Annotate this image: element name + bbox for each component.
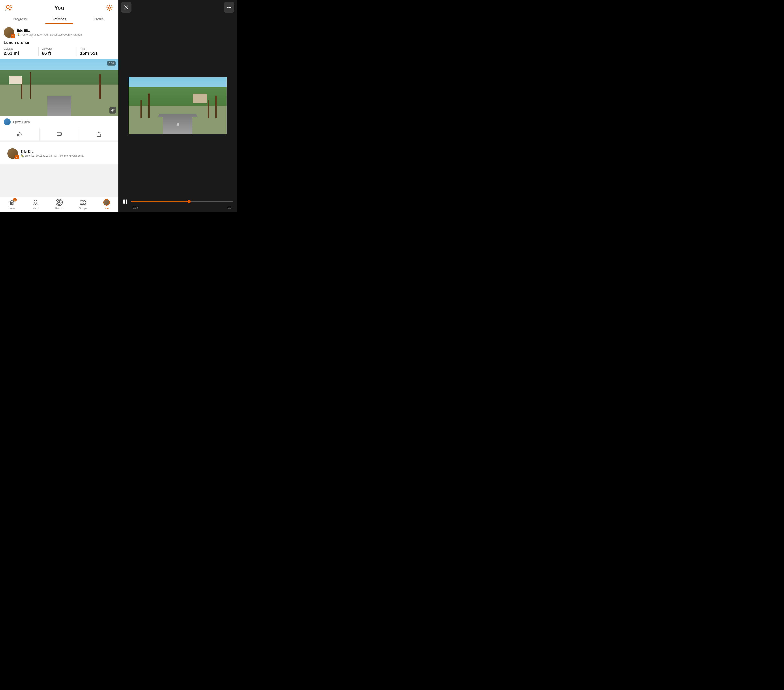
mute-button[interactable]	[109, 107, 116, 114]
more-icon	[227, 7, 232, 8]
stat-time: Time 15m 55s	[80, 48, 115, 56]
action-row	[0, 128, 119, 140]
maps-label: Maps	[33, 207, 38, 210]
activity-title: Lunch cruise	[0, 40, 119, 48]
time-labels: 0:04 0:07	[122, 206, 233, 209]
svg-point-14	[82, 201, 84, 202]
tab-profile[interactable]: Profile	[79, 14, 119, 24]
progress-bar-wrap	[122, 199, 233, 204]
svg-point-9	[35, 201, 36, 202]
you-avatar	[103, 199, 110, 206]
you-avatar-wrap	[103, 199, 110, 206]
groups-label: Groups	[79, 207, 87, 210]
total-time: 0:07	[228, 206, 233, 209]
page-title: You	[54, 5, 64, 11]
full-trunk-2	[148, 94, 150, 118]
user-avatar-wrap	[4, 27, 14, 38]
maps-icon-wrap	[32, 199, 39, 206]
record-icon-wrap	[56, 199, 63, 206]
tree-trunk-3	[99, 74, 100, 99]
full-building	[193, 94, 207, 103]
distance-label: Distance	[4, 48, 35, 50]
svg-point-21	[227, 7, 228, 8]
kudos-button[interactable]	[0, 128, 40, 140]
progress-bar[interactable]	[131, 201, 233, 202]
tree-trunk-2	[30, 72, 31, 99]
stat-elevation: Elev Gain 66 ft	[42, 48, 77, 56]
distance-value: 2.63 mi	[4, 51, 35, 56]
activity-card: Eric Elia 🚴 Yesterday at 11:54 AM · Desc…	[0, 24, 119, 140]
svg-point-16	[80, 203, 82, 204]
svg-point-1	[10, 6, 12, 8]
kudos-text: 1 gave kudos	[13, 120, 30, 124]
nav-item-you[interactable]: You	[95, 199, 119, 210]
more-button[interactable]	[224, 2, 234, 13]
settings-icon[interactable]	[105, 3, 114, 12]
record-icon	[56, 199, 63, 206]
video-thumbnail[interactable]: 0:06	[0, 59, 119, 116]
nav-item-home[interactable]: 2 Home	[0, 199, 24, 210]
full-trunk-1	[140, 100, 142, 118]
svg-point-17	[82, 203, 84, 204]
video-timer: 0:06	[107, 61, 115, 66]
full-trunk-3	[215, 96, 217, 118]
nav-item-maps[interactable]: Maps	[24, 199, 47, 210]
svg-rect-8	[11, 203, 12, 204]
time-value: 15m 55s	[80, 51, 112, 56]
maps-icon	[33, 199, 38, 205]
elev-value: 66 ft	[42, 51, 73, 56]
kudos-row: 1 gave kudos	[0, 116, 119, 128]
svg-point-13	[80, 201, 82, 202]
svg-point-22	[229, 7, 230, 8]
nav-item-record[interactable]: Record	[47, 199, 71, 210]
full-road-right	[192, 117, 227, 134]
app-header: You	[0, 0, 119, 14]
svg-point-12	[58, 201, 60, 203]
second-activity-card: Eric Elia 🚴 June 12, 2022 at 11:35 AM · …	[0, 142, 119, 164]
friends-icon[interactable]	[5, 3, 13, 12]
bike-icon: 🚴	[17, 33, 20, 36]
road-left	[0, 96, 47, 116]
second-activity-header: Eric Elia 🚴 June 12, 2022 at 11:35 AM · …	[4, 145, 87, 161]
video-overlay-header	[119, 0, 237, 15]
user-info: Eric Elia 🚴 Yesterday at 11:54 AM · Desc…	[17, 29, 115, 36]
user-meta: 🚴 Yesterday at 11:54 AM · Deschutes Coun…	[17, 33, 115, 36]
full-road-left	[128, 117, 163, 134]
second-user-name: Eric Elia	[20, 150, 84, 153]
tab-progress[interactable]: Progress	[0, 14, 40, 24]
svg-point-15	[84, 201, 86, 202]
video-content	[119, 15, 237, 196]
stats-row: Distance 2.63 mi Elev Gain 66 ft Time 15…	[0, 48, 119, 59]
second-user-info: Eric Elia 🚴 June 12, 2022 at 11:35 AM · …	[20, 150, 84, 157]
video-scene	[0, 59, 119, 116]
activity-badge	[11, 34, 15, 38]
home-label: Home	[8, 207, 15, 210]
current-time: 0:04	[133, 206, 138, 209]
svg-point-2	[109, 7, 110, 9]
comment-button[interactable]	[40, 128, 79, 140]
activity-feed: Eric Elia 🚴 Yesterday at 11:54 AM · Desc…	[0, 24, 119, 197]
share-button[interactable]	[79, 128, 119, 140]
stat-distance: Distance 2.63 mi	[4, 48, 39, 56]
time-label: Time	[80, 48, 112, 50]
close-button[interactable]	[121, 2, 132, 13]
second-bike-icon: 🚴	[20, 154, 24, 157]
play-pause-button[interactable]	[122, 199, 128, 204]
video-controls: 0:04 0:07	[119, 196, 237, 212]
kudos-avatar	[4, 119, 11, 125]
pause-icon	[122, 199, 128, 204]
groups-icon	[80, 200, 86, 205]
elev-label: Elev Gain	[42, 48, 73, 50]
user-name: Eric Elia	[17, 29, 115, 33]
you-label: You	[105, 207, 109, 210]
progress-thumb	[188, 200, 191, 203]
tab-activities[interactable]: Activities	[40, 14, 79, 24]
house	[9, 76, 21, 84]
close-icon	[124, 5, 128, 10]
record-label: Record	[55, 207, 63, 210]
home-icon-wrap: 2	[8, 199, 15, 206]
nav-item-groups[interactable]: Groups	[71, 199, 95, 210]
right-panel: 0:04 0:07	[119, 0, 237, 212]
full-video-scene	[128, 77, 227, 134]
left-panel: You Progress Activities Profile	[0, 0, 119, 212]
